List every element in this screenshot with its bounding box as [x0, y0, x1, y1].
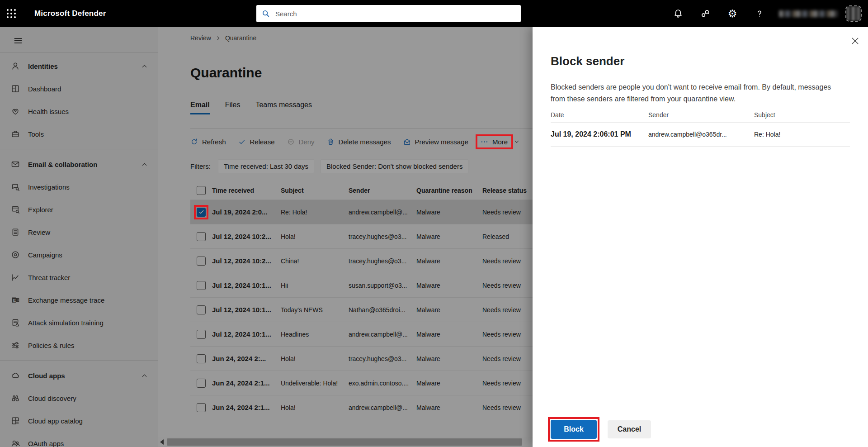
close-icon[interactable] [850, 36, 860, 46]
block-sender-panel: Block sender Blocked senders are people … [533, 27, 868, 447]
app-title: Microsoft Defender [34, 9, 106, 18]
cancel-button[interactable]: Cancel [608, 420, 651, 438]
avatar[interactable] [845, 5, 862, 22]
panel-title: Block sender [551, 54, 624, 68]
panel-table-row: Jul 19, 2024 2:06:01 PMandrew.campbell@o… [551, 122, 850, 147]
gear-button[interactable]: ⚙ [719, 0, 746, 27]
search-box[interactable] [256, 5, 521, 22]
panel-cell-subject: Re: Hola! [754, 131, 850, 138]
app-launcher-button[interactable] [0, 0, 23, 27]
panel-cell-sender: andrew.campbell@o365dr... [648, 131, 754, 138]
panel-cell-date: Jul 19, 2024 2:06:01 PM [551, 130, 648, 138]
panel-actions: Block Cancel [551, 420, 651, 439]
panel-table: Date Sender Subject Jul 19, 2024 2:06:01… [551, 108, 850, 147]
topbar-actions: ⚙ [665, 0, 868, 27]
bell-icon [673, 9, 683, 19]
block-button[interactable]: Block [551, 420, 597, 439]
panel-column-sender: Sender [648, 111, 754, 119]
search-icon [262, 10, 270, 18]
help-icon [755, 9, 764, 19]
panel-description: Blocked senders are people you don't wan… [551, 81, 835, 105]
panel-table-header: Date Sender Subject [551, 108, 850, 122]
help-button[interactable] [746, 0, 773, 27]
gear-icon: ⚙ [728, 9, 737, 19]
panel-column-subject: Subject [754, 111, 850, 119]
user-name-blurred [779, 10, 838, 17]
community-button[interactable] [692, 0, 719, 27]
waffle-icon [7, 9, 16, 18]
bell-button[interactable] [665, 0, 692, 27]
dim-overlay [0, 27, 533, 447]
search-input[interactable] [274, 10, 515, 18]
panel-column-date: Date [551, 111, 648, 119]
topbar: Microsoft Defender ⚙ [0, 0, 868, 27]
community-icon [700, 9, 710, 19]
